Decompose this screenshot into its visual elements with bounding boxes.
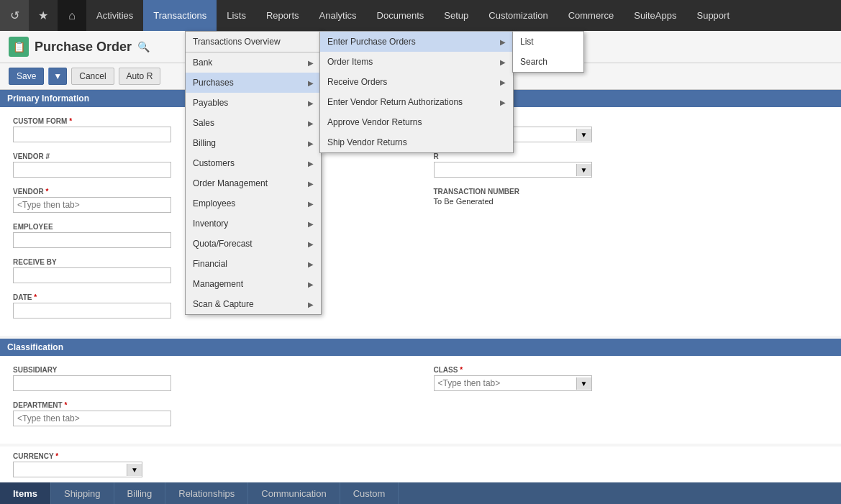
menu-item-payables[interactable]: Payables ▶ — [186, 93, 321, 113]
vendor-num-input[interactable] — [13, 162, 171, 178]
save-button[interactable]: Save — [9, 68, 44, 85]
vendor-input[interactable] — [14, 198, 171, 212]
enter-purchase-orders-submenu: List Search — [512, 31, 584, 73]
menu-item-order-management[interactable]: Order Management ▶ — [186, 173, 321, 193]
nav-commerce[interactable]: Commerce — [558, 0, 624, 31]
subsidiary-label: SUBSIDIARY — [13, 366, 408, 374]
nav-documents[interactable]: Documents — [367, 0, 435, 31]
menu-item-approve-vendor-returns[interactable]: Approve Vendor Returns — [320, 112, 513, 132]
menu-item-order-items[interactable]: Order Items ▶ — [320, 52, 513, 72]
star-icon[interactable]: ★ — [29, 0, 58, 31]
auto-button[interactable]: Auto R — [119, 68, 161, 85]
transaction-number-value: To Be Generated — [434, 197, 829, 206]
page-icon: 📋 — [9, 37, 29, 57]
menu-item-scan-capture[interactable]: Scan & Capture ▶ — [186, 294, 321, 314]
save-dropdown-button[interactable]: ▼ — [48, 68, 67, 85]
nav-setup[interactable]: Setup — [434, 0, 478, 31]
status-dropdown-btn[interactable]: ▼ — [576, 129, 591, 141]
currency-wrap: US Dollar ▼ — [13, 462, 142, 477]
menu-item-employees[interactable]: Employees ▶ — [186, 193, 321, 214]
r-label: R — [434, 152, 829, 160]
menu-item-enter-vendor-return-auth[interactable]: Enter Vendor Return Authorizations ▶ — [320, 92, 513, 112]
nav-lists[interactable]: Lists — [217, 0, 256, 31]
custom-form-input[interactable]: Custom Purchase Order — [13, 127, 171, 142]
class-dropdown-btn[interactable]: ▼ — [576, 377, 591, 390]
currency-label: CURRENCY * — [13, 452, 828, 460]
nav-reports[interactable]: Reports — [256, 0, 309, 31]
r-input[interactable] — [435, 162, 576, 177]
employee-input[interactable] — [13, 232, 171, 248]
department-wrap — [13, 411, 171, 426]
search-icon[interactable]: 🔍 — [137, 41, 150, 52]
class-label: CLASS * — [434, 366, 829, 374]
menu-item-management[interactable]: Management ▶ — [186, 274, 321, 294]
menu-item-billing[interactable]: Billing ▶ — [186, 133, 321, 153]
date-input[interactable]: 8/25/2022 — [13, 303, 171, 319]
menu-item-inventory[interactable]: Inventory ▶ — [186, 214, 321, 234]
menu-item-purchases[interactable]: Purchases ▶ — [186, 73, 321, 93]
page-title: Purchase Order — [35, 40, 132, 55]
home-icon[interactable]: ⌂ — [58, 0, 86, 31]
r-dropdown-btn[interactable]: ▼ — [576, 164, 591, 176]
receive-by-input[interactable] — [13, 267, 171, 283]
menu-item-list[interactable]: List — [513, 32, 583, 52]
history-icon[interactable]: ↺ — [0, 0, 29, 31]
department-label: DEPARTMENT * — [13, 401, 408, 409]
menu-item-enter-purchase-orders[interactable]: Enter Purchase Orders ▶ — [320, 32, 513, 52]
department-input[interactable] — [14, 411, 171, 426]
currency-dropdown-btn[interactable]: ▼ — [127, 464, 142, 476]
nav-support[interactable]: Support — [686, 0, 740, 31]
menu-item-search[interactable]: Search — [513, 52, 583, 72]
top-navigation: ↺ ★ ⌂ Activities Transactions Lists Repo… — [0, 0, 841, 31]
subsidiary-input[interactable] — [13, 375, 171, 391]
menu-item-transactions-overview[interactable]: Transactions Overview — [186, 32, 321, 52]
menu-item-receive-orders[interactable]: Receive Orders ▶ — [320, 72, 513, 92]
menu-item-financial[interactable]: Financial ▶ — [186, 254, 321, 274]
nav-activities[interactable]: Activities — [86, 0, 143, 31]
purchases-submenu: Enter Purchase Orders ▶ Order Items ▶ Re… — [319, 31, 514, 153]
transaction-number-label: TRANSACTION NUMBER — [434, 188, 829, 196]
transactions-menu: Transactions Overview Bank ▶ Purchases ▶… — [185, 31, 322, 315]
class-input[interactable] — [435, 376, 576, 390]
nav-transactions[interactable]: Transactions — [143, 0, 217, 31]
menu-item-quota-forecast[interactable]: Quota/Forecast ▶ — [186, 234, 321, 254]
menu-item-bank[interactable]: Bank ▶ — [186, 52, 321, 73]
currency-input[interactable]: US Dollar — [14, 462, 127, 477]
classification-header: Classification — [0, 339, 841, 356]
nav-suiteapps[interactable]: SuiteApps — [624, 0, 686, 31]
menu-item-ship-vendor-returns[interactable]: Ship Vendor Returns — [320, 132, 513, 152]
cancel-button[interactable]: Cancel — [71, 68, 114, 85]
r-wrap: ▼ — [434, 162, 592, 178]
class-wrap: ▼ — [434, 375, 592, 391]
menu-item-sales[interactable]: Sales ▶ — [186, 113, 321, 133]
nav-customization[interactable]: Customization — [478, 0, 558, 31]
nav-analytics[interactable]: Analytics — [309, 0, 367, 31]
menu-item-customers[interactable]: Customers ▶ — [186, 153, 321, 173]
vendor-field-wrap — [13, 197, 171, 213]
